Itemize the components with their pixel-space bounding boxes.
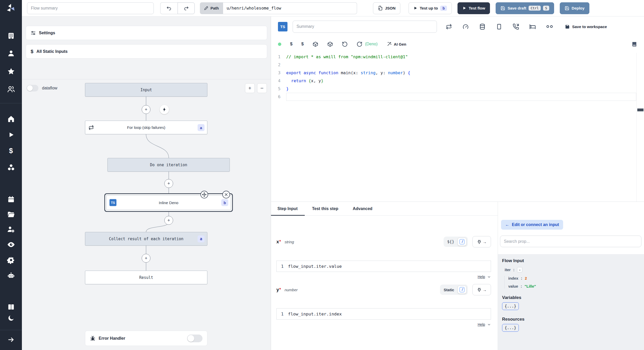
tab-step-input[interactable]: Step Input xyxy=(277,202,298,215)
flow-node-result[interactable]: Result xyxy=(85,271,207,284)
settings-gear-icon[interactable] xyxy=(7,256,15,264)
add-step-button[interactable]: + xyxy=(142,254,150,263)
home-icon[interactable] xyxy=(7,115,15,123)
dark-mode-moon-icon[interactable] xyxy=(7,314,15,322)
package-icon[interactable] xyxy=(327,41,333,47)
variables-dollar-icon[interactable]: $ xyxy=(301,41,303,47)
resources-cubes-icon[interactable] xyxy=(7,163,15,171)
json-button[interactable]: JSON xyxy=(373,2,401,14)
path-label[interactable]: Path xyxy=(200,2,223,14)
flow-summary-input[interactable]: Flow summary xyxy=(27,2,154,14)
editor-scrollbar[interactable] xyxy=(636,53,644,202)
connect-input-button[interactable]: → xyxy=(472,284,491,295)
ai-gen-button[interactable]: AI Gen xyxy=(386,41,406,47)
field-x-expression-input[interactable]: 1 flow_input.iter.value xyxy=(276,261,491,272)
phone-incoming-icon[interactable] xyxy=(513,23,519,30)
code-line[interactable]: 3export async function main(x: string, y… xyxy=(271,69,636,77)
rotate-ccw-icon[interactable] xyxy=(342,41,348,47)
flow-node-inline-deno[interactable]: TS Inline Deno b xyxy=(106,195,231,210)
mode-static-option[interactable]: Static xyxy=(441,288,456,292)
tree-row-index[interactable]: index : 2 xyxy=(508,276,640,280)
runs-play-icon[interactable] xyxy=(7,131,15,138)
flow-node-for-loop[interactable]: For loop (skip failures) a xyxy=(85,121,207,134)
code-line[interactable]: 5} xyxy=(271,85,636,93)
ai-robot-icon[interactable] xyxy=(7,272,15,280)
scrollbar-thumb[interactable] xyxy=(637,109,643,111)
variables-expand-button[interactable]: {...} xyxy=(502,302,519,310)
graph-zoom-in-button[interactable]: + xyxy=(245,83,255,93)
variables-dollar-icon[interactable]: $ xyxy=(9,147,13,155)
expand-sidebar-arrow-icon[interactable] xyxy=(7,336,15,343)
assets-dollar-icon[interactable]: $ xyxy=(290,41,292,47)
move-node-handle[interactable] xyxy=(200,191,208,198)
code-line[interactable]: 1// import * as wmill from "npm:windmill… xyxy=(271,53,636,61)
connect-input-button[interactable]: → xyxy=(472,236,491,247)
tab-advanced[interactable]: Advanced xyxy=(353,202,372,215)
sliders-icon xyxy=(31,30,36,36)
flow-input-title: Flow Input xyxy=(502,258,640,263)
save-to-workspace-button[interactable]: Save to workspace xyxy=(565,24,607,29)
all-static-inputs-button[interactable]: $ All Static Inputs xyxy=(26,44,267,59)
code-editor[interactable]: 1// import * as wmill from "npm:windmill… xyxy=(271,53,636,202)
favorites-star-icon[interactable] xyxy=(7,67,15,76)
resources-expand-button[interactable]: {...} xyxy=(502,324,519,332)
field-y-expression-input[interactable]: 1 flow_input.iter.index xyxy=(276,308,491,320)
audit-eye-icon[interactable] xyxy=(7,240,15,249)
windmill-logo[interactable] xyxy=(6,3,16,13)
package-icon[interactable] xyxy=(312,41,318,47)
save-draft-button[interactable]: Save draft Ctrl S xyxy=(496,2,554,14)
test-up-to-button[interactable]: Test up to b xyxy=(409,2,452,14)
add-step-button[interactable]: + xyxy=(142,105,150,114)
concurrency-square-icon[interactable] xyxy=(496,23,502,30)
input-context-panel: ← Edit or connect an input Search prop..… xyxy=(498,202,644,350)
schedules-calendar-icon[interactable] xyxy=(7,196,15,203)
error-handler-toggle[interactable] xyxy=(187,335,202,342)
undo-button[interactable] xyxy=(160,2,177,14)
field-y-help[interactable]: Help xyxy=(478,322,491,327)
tree-row-value[interactable]: value : "Lille" xyxy=(508,284,640,288)
test-flow-button[interactable]: Test flow xyxy=(457,2,490,14)
edit-or-connect-button[interactable]: ← Edit or connect an input xyxy=(501,220,563,230)
line-number: 2 xyxy=(271,62,286,67)
mode-template-option[interactable]: ${} xyxy=(445,239,456,244)
docs-books-icon[interactable] xyxy=(7,303,15,311)
flow-settings-button[interactable]: Settings xyxy=(26,26,267,40)
folders-icon[interactable] xyxy=(7,211,15,218)
groups-icon[interactable] xyxy=(7,85,15,93)
rotate-cw-icon xyxy=(357,41,362,47)
mode-javascript-option[interactable]: f xyxy=(457,238,467,246)
field-x-help[interactable]: Help xyxy=(478,275,491,279)
workers-users-gear-icon[interactable] xyxy=(7,225,15,234)
library-book-icon[interactable] xyxy=(631,41,637,47)
user-icon[interactable] xyxy=(7,49,15,57)
workspace-icon[interactable] xyxy=(7,32,15,40)
add-step-button[interactable]: + xyxy=(164,179,173,188)
path-input[interactable]: u/henri/wholesome_flow xyxy=(223,2,357,14)
code-line[interactable]: 2 xyxy=(271,61,636,69)
runtime-selector[interactable]: (Deno) xyxy=(357,41,378,47)
trigger-bolt-button[interactable] xyxy=(160,105,169,114)
add-step-button[interactable]: + xyxy=(164,216,173,225)
sleep-bed-icon[interactable] xyxy=(529,23,536,30)
mode-javascript-option[interactable]: f xyxy=(457,286,467,294)
graph-zoom-out-button[interactable]: − xyxy=(257,83,267,93)
code-line[interactable]: 4 return {x, y} xyxy=(271,77,636,85)
gauge-icon[interactable] xyxy=(462,23,469,30)
delete-node-button[interactable] xyxy=(222,191,230,198)
redo-button[interactable] xyxy=(177,2,195,14)
collapse-button[interactable]: - xyxy=(517,267,522,272)
tree-row-iter[interactable]: iter : - xyxy=(505,267,640,272)
mock-voicemail-icon[interactable] xyxy=(546,23,553,30)
flow-node-input[interactable]: Input xyxy=(85,83,207,97)
retry-repeat-icon[interactable] xyxy=(446,23,452,30)
deploy-button[interactable]: Deploy xyxy=(560,2,589,14)
cache-database-icon[interactable] xyxy=(479,23,486,30)
flow-node-collect-result[interactable]: Collect result of each iteration a xyxy=(85,232,207,246)
step-summary-input[interactable]: Summary xyxy=(293,21,437,33)
flow-node-do-one-iteration[interactable]: Do one iteration xyxy=(107,158,230,172)
code-line[interactable]: 6 xyxy=(271,93,636,101)
error-handler-row[interactable]: Error Handler xyxy=(85,331,207,346)
tab-test-this-step[interactable]: Test this step xyxy=(312,202,338,215)
dataflow-toggle[interactable] xyxy=(27,85,38,91)
search-prop-input[interactable]: Search prop... xyxy=(500,236,641,247)
